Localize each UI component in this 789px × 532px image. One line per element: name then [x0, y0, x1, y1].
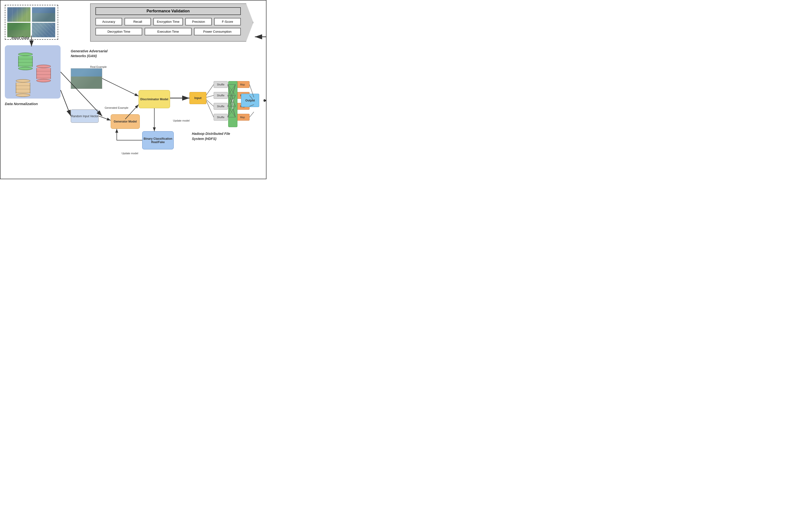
conn-input-shuffle4 — [206, 101, 214, 117]
database-green — [18, 53, 33, 70]
db-peach-bottom — [16, 93, 30, 97]
database-pink — [36, 65, 51, 82]
camera-image-2 — [32, 7, 55, 22]
generated-example-label: Generated Example — [105, 106, 128, 109]
gan-label-line1: Generative Adversarial — [71, 49, 108, 54]
reduce-box: Reduce — [228, 81, 238, 127]
database-peach — [16, 79, 30, 97]
metric-precision: Precision — [185, 18, 212, 25]
hdfs-input-label: Input — [194, 96, 201, 100]
db-peach-body — [16, 82, 30, 93]
arrow-output-to-perf — [255, 37, 266, 100]
metric-power-consumption: Power Consumption — [194, 28, 241, 35]
arrow-random-to-gen — [99, 116, 111, 120]
metric-accuracy: Accuracy — [95, 18, 122, 25]
hdfs-system-label: Hadoop Distributed File System (HDFS) — [192, 131, 230, 141]
shuffle-box-2: Shuffle — [214, 92, 228, 99]
input-data-box — [5, 5, 58, 40]
shuffle-box-3: Shuffle — [214, 103, 228, 110]
db-pink-top — [36, 65, 51, 68]
real-example-label: Real Example — [90, 65, 107, 68]
arrow-norm-to-random — [60, 90, 71, 116]
m4-reduce — [249, 112, 254, 117]
db-green-top — [18, 53, 33, 56]
metric-decryption-time: Decryption Time — [95, 28, 142, 35]
main-diagram: Input Data Performance Validation Accura… — [0, 0, 266, 179]
metric-recall: Recall — [125, 18, 151, 25]
generator-box: Generator Model — [111, 114, 140, 129]
arrow-real-to-discrim — [102, 78, 138, 96]
random-input-box: Random Input Vector — [71, 110, 99, 123]
discriminator-label: Discriminator Model — [140, 98, 168, 101]
discriminator-box: Discriminator Model — [138, 90, 170, 108]
random-input-label: Random Input Vector — [71, 115, 98, 118]
db-peach-top — [16, 79, 30, 82]
binary-label: Binary Classification Real/Fake — [143, 137, 173, 144]
binary-classification-box: Binary Classification Real/Fake — [142, 131, 174, 149]
perf-title: Performance Validation — [95, 7, 241, 15]
hdfs-line2: System (HDFS) — [192, 136, 230, 141]
perf-row-1: Accuracy Recall Encryption Time Precisio… — [95, 18, 241, 25]
input-data-label: Input Data — [12, 36, 29, 40]
reduce-label: Reduce — [231, 99, 234, 109]
hdfs-line1: Hadoop Distributed File — [192, 131, 230, 136]
conn-input-shuffle1 — [206, 84, 214, 95]
output-box: Output — [241, 94, 259, 107]
arrow-binary-to-gen — [117, 129, 142, 140]
conn-input-shuffle3 — [206, 100, 214, 106]
shuffle-box-4: Shuffle — [214, 114, 228, 120]
performance-validation-box: Performance Validation Accuracy Recall E… — [90, 3, 253, 42]
metric-encryption-time: Encryption Time — [153, 18, 183, 25]
metric-execution-time: Execution Time — [145, 28, 191, 35]
data-normalization-label: Data Normalization — [5, 102, 38, 106]
map-box-4: Map — [236, 114, 249, 120]
perf-row-2: Decryption Time Execution Time Power Con… — [95, 28, 241, 35]
camera-image-4 — [32, 23, 55, 37]
update-model-label: Update model — [121, 152, 138, 155]
databases-container — [13, 53, 52, 91]
camera-image-3 — [7, 23, 31, 37]
db-pink-bottom — [36, 79, 51, 82]
gan-label: Generative Adversarial Networks (GAN) — [71, 49, 108, 58]
camera-image-1 — [7, 7, 31, 22]
real-example-image — [71, 68, 102, 89]
metric-fscore: F-Score — [214, 18, 241, 25]
db-green-body — [18, 56, 33, 67]
map-box-1: Map — [236, 81, 249, 88]
gan-label-line2: Networks (GAN) — [71, 54, 108, 59]
db-green-bottom — [18, 67, 33, 70]
conn-input-shuffle2 — [206, 95, 214, 97]
hdfs-input-box: Input — [189, 92, 206, 104]
db-pink-body — [36, 68, 51, 79]
output-label: Output — [245, 99, 255, 102]
shuffle-box-1: Shuffle — [214, 81, 228, 88]
generator-label: Generator Model — [114, 120, 137, 123]
data-normalization-box — [5, 45, 60, 98]
update-model-label2: Update model — [173, 119, 190, 122]
